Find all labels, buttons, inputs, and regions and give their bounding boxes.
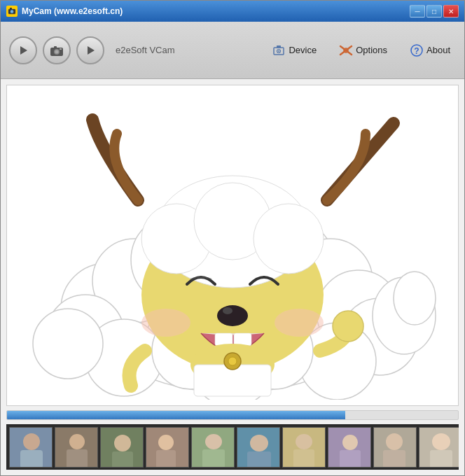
thumbnail-3[interactable] <box>100 427 144 468</box>
thumbnail-8[interactable] <box>328 427 371 468</box>
title-bar: MyCam (www.e2esoft.cn) ─ □ ✕ <box>1 1 464 22</box>
cartoon-container <box>7 85 458 405</box>
app-name-label: e2eSoft VCam <box>116 45 261 55</box>
svg-marker-4 <box>20 46 27 55</box>
video-frame <box>6 85 459 406</box>
about-icon: ? <box>410 43 424 57</box>
svg-rect-3 <box>10 8 12 10</box>
svg-point-50 <box>228 357 237 365</box>
options-menu-item[interactable]: Options <box>333 41 393 60</box>
title-bar-left: MyCam (www.e2esoft.cn) <box>6 6 123 17</box>
minimize-button[interactable]: ─ <box>410 5 425 18</box>
svg-point-80 <box>386 433 403 450</box>
svg-rect-75 <box>293 449 314 468</box>
svg-rect-8 <box>54 46 57 48</box>
svg-point-40 <box>254 204 324 274</box>
thumbnail-5[interactable] <box>191 427 235 468</box>
svg-rect-66 <box>156 450 176 468</box>
svg-rect-60 <box>67 449 88 468</box>
svg-point-43 <box>217 305 248 326</box>
svg-text:?: ? <box>414 46 419 56</box>
thumbnail-1[interactable] <box>9 427 53 468</box>
close-button[interactable]: ✕ <box>443 5 459 18</box>
svg-marker-10 <box>88 46 95 55</box>
app-icon <box>6 6 18 17</box>
svg-point-71 <box>250 435 268 451</box>
device-label: Device <box>289 45 317 55</box>
svg-point-68 <box>205 434 222 449</box>
svg-rect-63 <box>112 451 133 468</box>
svg-rect-84 <box>430 450 452 468</box>
options-label: Options <box>356 45 387 55</box>
device-icon <box>272 43 286 57</box>
thumbnail-7[interactable] <box>282 427 326 468</box>
window-title: MyCam (www.e2esoft.cn) <box>22 6 123 16</box>
svg-point-83 <box>432 433 450 450</box>
svg-rect-81 <box>383 450 405 468</box>
svg-point-65 <box>158 435 174 450</box>
svg-rect-9 <box>60 48 62 50</box>
svg-point-42 <box>275 309 324 337</box>
svg-point-77 <box>342 435 358 450</box>
svg-point-54 <box>33 309 103 379</box>
svg-point-51 <box>333 311 363 342</box>
svg-point-2 <box>11 10 13 12</box>
window-controls: ─ □ ✕ <box>410 5 459 18</box>
toolbar: e2eSoft VCam Device <box>1 22 464 79</box>
about-menu-item[interactable]: ? About <box>404 41 456 60</box>
maximize-button[interactable]: □ <box>426 5 442 18</box>
svg-rect-12 <box>277 46 281 48</box>
svg-rect-57 <box>20 450 43 468</box>
options-icon <box>339 43 353 57</box>
svg-rect-78 <box>340 450 361 468</box>
thumbnail-9[interactable] <box>373 427 417 468</box>
thumbnail-strip <box>6 424 459 470</box>
main-window: MyCam (www.e2esoft.cn) ─ □ ✕ <box>0 0 465 476</box>
content-area <box>1 79 464 475</box>
svg-point-14 <box>278 50 279 52</box>
svg-point-53 <box>394 272 436 325</box>
video-display <box>7 85 458 405</box>
svg-point-59 <box>69 434 85 449</box>
play-button-1[interactable] <box>9 36 37 64</box>
play-button-2[interactable] <box>76 36 104 64</box>
thumbnail-4[interactable] <box>146 427 189 468</box>
svg-point-41 <box>141 309 190 337</box>
progress-bar-container[interactable] <box>6 410 459 420</box>
svg-rect-72 <box>247 451 271 468</box>
camera-button[interactable] <box>43 36 71 64</box>
progress-bar-fill <box>7 411 345 419</box>
cartoon-svg <box>15 92 450 400</box>
about-label: About <box>426 45 450 55</box>
toolbar-menu: Device Options ? <box>266 41 456 60</box>
svg-rect-69 <box>202 449 225 468</box>
thumbnail-10[interactable] <box>419 427 459 468</box>
svg-point-56 <box>23 433 40 450</box>
svg-point-7 <box>55 50 59 53</box>
thumbnail-2[interactable] <box>55 427 98 468</box>
device-menu-item[interactable]: Device <box>266 41 322 60</box>
thumbnail-6[interactable] <box>237 427 280 468</box>
svg-point-44 <box>223 307 233 314</box>
svg-point-62 <box>114 435 131 451</box>
svg-point-74 <box>296 434 312 449</box>
